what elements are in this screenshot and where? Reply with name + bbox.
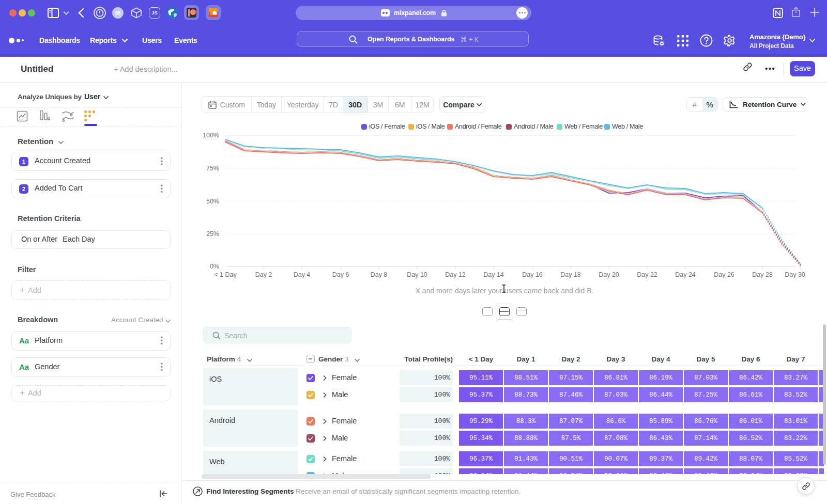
svg-text:Day 8: Day 8 (371, 271, 388, 278)
svg-text:Day 10: Day 10 (407, 271, 427, 278)
svg-text:25%: 25% (206, 230, 219, 238)
svg-text:Day 28: Day 28 (752, 271, 773, 278)
svg-text:Day 22: Day 22 (637, 271, 657, 278)
svg-text:Day 20: Day 20 (599, 271, 619, 278)
svg-text:Day 18: Day 18 (560, 271, 581, 278)
svg-text:Day 26: Day 26 (714, 271, 734, 278)
svg-text:Day 14: Day 14 (483, 271, 504, 278)
svg-text:0%: 0% (210, 263, 219, 270)
svg-text:Day 24: Day 24 (675, 271, 696, 278)
svg-text:Day 6: Day 6 (332, 271, 349, 278)
svg-text:75%: 75% (206, 165, 219, 172)
svg-text:100%: 100% (203, 132, 219, 139)
svg-text:Day 12: Day 12 (445, 271, 466, 278)
svg-text:Day 4: Day 4 (294, 271, 311, 278)
svg-text:Day 2: Day 2 (255, 271, 272, 278)
svg-text:Day 30: Day 30 (785, 271, 805, 278)
svg-text:Day 16: Day 16 (522, 271, 543, 278)
svg-text:< 1 Day: < 1 Day (214, 271, 237, 278)
svg-text:50%: 50% (206, 198, 219, 205)
